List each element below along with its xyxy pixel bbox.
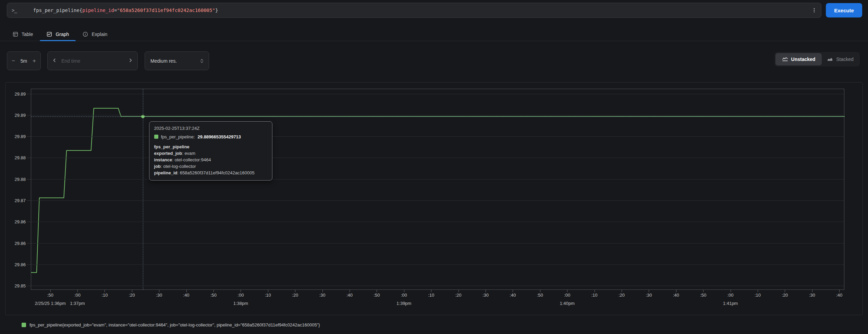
crosshair-horizontal xyxy=(31,116,844,117)
gridline xyxy=(31,286,844,286)
query-label-value: "658a5260f37d11ef94fc0242ac160005" xyxy=(117,8,215,13)
x-axis-label: :40 xyxy=(346,293,353,298)
x-axis-label: :50 xyxy=(47,293,53,298)
end-time-back-button[interactable] xyxy=(52,58,57,64)
tooltip-label-row: job: otel-log-collector xyxy=(154,163,267,170)
chevron-right-icon xyxy=(128,58,133,64)
y-axis-label: 29.85 xyxy=(14,283,26,288)
chevron-left-icon xyxy=(52,58,57,64)
stacked-button[interactable]: Stacked xyxy=(822,53,859,65)
x-axis-label: :30 xyxy=(156,293,162,298)
decrease-duration-button[interactable]: − xyxy=(12,58,15,64)
duration-value[interactable]: 5m xyxy=(21,58,27,64)
query-metric: fps_per_pipeline xyxy=(33,8,80,13)
y-axis-label: 29.89 xyxy=(14,134,26,139)
x-axis-tick xyxy=(295,290,295,292)
resolution-value: Medium res. xyxy=(150,58,177,64)
x-axis-tick xyxy=(676,290,676,292)
x-axis-label: :10 xyxy=(265,293,271,298)
x-axis-tick xyxy=(785,290,785,292)
x-axis-label: :30 xyxy=(319,293,326,298)
end-time-forward-button[interactable] xyxy=(128,58,133,64)
x-axis-label: :10 xyxy=(755,293,761,298)
x-axis-minute-label: 1:41pm xyxy=(723,301,738,306)
tooltip-series-name: fps_per_pipeline: xyxy=(161,134,195,139)
unstacked-button[interactable]: Unstacked xyxy=(775,53,822,65)
unstacked-label: Unstacked xyxy=(791,57,816,62)
execute-button[interactable]: Execute xyxy=(826,3,862,17)
tab-bar: Table Graph Explain xyxy=(0,27,868,41)
y-axis-tick xyxy=(27,94,31,94)
stacked-label: Stacked xyxy=(836,57,854,62)
tooltip-label-row: pipeline_id: 658a5260f37d11ef94fc0242ac1… xyxy=(154,170,267,176)
tab-graph-label: Graph xyxy=(56,32,69,37)
query-open-brace: { xyxy=(80,8,82,13)
end-time-control[interactable]: End time xyxy=(47,51,138,70)
unstacked-line-icon xyxy=(782,56,788,62)
x-axis-label: :20 xyxy=(619,293,625,298)
x-axis-tick xyxy=(649,290,649,292)
y-axis-label: 29.89 xyxy=(14,112,26,117)
x-axis-tick xyxy=(622,290,622,292)
y-axis-tick xyxy=(27,264,31,265)
x-axis-label: :00 xyxy=(564,293,570,298)
gridline xyxy=(31,243,844,244)
x-axis-label: :00 xyxy=(727,293,733,298)
x-axis-tick xyxy=(758,290,758,292)
x-axis-tick xyxy=(186,290,187,292)
series-line xyxy=(31,89,845,290)
x-axis-label: :10 xyxy=(428,293,434,298)
x-axis-tick xyxy=(703,290,704,292)
y-axis-tick xyxy=(27,222,31,222)
plot-area[interactable]: 2025-02-25T13:37:24Z fps_per_pipeline: 2… xyxy=(31,89,844,290)
x-axis-minute-label: 1:40pm xyxy=(560,301,574,306)
query-input[interactable]: >_ fps_per_pipeline{pipeline_id="658a526… xyxy=(7,3,821,18)
range-duration-control[interactable]: − 5m + xyxy=(7,51,41,70)
x-axis-minute-label: 1:39pm xyxy=(396,301,411,306)
x-axis-tick xyxy=(540,290,540,292)
x-axis-tick xyxy=(595,290,595,292)
y-axis-label: 29.89 xyxy=(14,91,26,96)
x-axis-tick xyxy=(812,290,812,292)
series-swatch xyxy=(154,135,158,139)
x-axis-tick xyxy=(567,290,567,292)
tooltip-label-row: exported_job: evam xyxy=(154,150,267,157)
y-axis-tick xyxy=(27,286,31,286)
end-time-input[interactable]: End time xyxy=(61,58,80,64)
x-axis-label: :50 xyxy=(537,293,543,298)
x-axis-tick xyxy=(486,290,486,292)
x-axis-label: :50 xyxy=(700,293,706,298)
tooltip-value: 29.889665355429713 xyxy=(198,134,241,139)
y-axis-tick xyxy=(27,158,31,158)
x-axis-tick xyxy=(105,290,105,292)
y-axis-label: 29.86 xyxy=(14,262,26,267)
query-options-kebab-icon[interactable] xyxy=(811,3,817,17)
tooltip-label-row: fps_per_pipeline xyxy=(154,144,267,150)
resolution-select[interactable]: Medium res. xyxy=(145,51,209,70)
x-axis-tick xyxy=(213,290,214,292)
x-axis-label: :50 xyxy=(210,293,217,298)
y-axis-tick xyxy=(27,179,31,180)
x-axis-minute-label: 1:38pm xyxy=(233,301,248,306)
gridline xyxy=(31,200,844,201)
x-axis-tick xyxy=(322,290,323,292)
x-axis-tick xyxy=(513,290,513,292)
x-axis-tick xyxy=(132,290,132,292)
gridline xyxy=(31,264,844,265)
x-axis-label: :30 xyxy=(482,293,489,298)
graph-icon xyxy=(47,32,52,37)
x-axis-label: :30 xyxy=(809,293,815,298)
gridline xyxy=(31,115,844,115)
tab-explain[interactable]: Explain xyxy=(76,27,114,41)
crosshair-vertical xyxy=(143,89,143,289)
x-axis-label: :20 xyxy=(292,293,298,298)
legend-series-label: fps_per_pipeline{exported_job="evam", in… xyxy=(29,322,320,327)
tab-graph[interactable]: Graph xyxy=(40,27,76,41)
x-axis-label: :40 xyxy=(510,293,516,298)
legend-row[interactable]: fps_per_pipeline{exported_job="evam", in… xyxy=(22,322,320,327)
y-axis-label: 29.87 xyxy=(14,198,26,203)
tab-table[interactable]: Table xyxy=(6,27,40,41)
table-icon xyxy=(13,32,18,37)
increase-duration-button[interactable]: + xyxy=(33,58,36,64)
x-axis-label: :20 xyxy=(129,293,135,298)
